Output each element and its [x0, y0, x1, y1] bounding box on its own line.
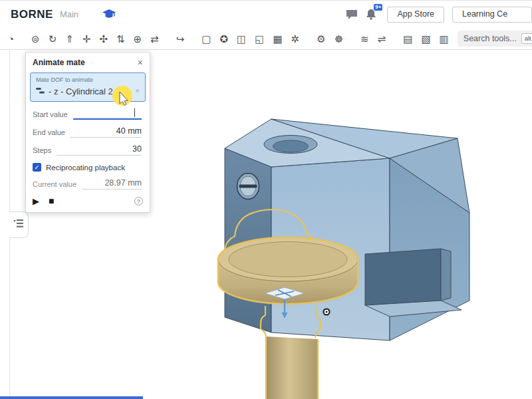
parallel-mate-icon[interactable]: ⇄	[150, 34, 159, 44]
assembly-toolbar: ◔ ⊜ ↻ ⇑ ✛ ✣ ⇅ ⊕ ⇄ ↪ ▢ ✪ ◫ ◱ ▦ ✲ ⚙ ☸ ≋ ⇌ …	[0, 28, 532, 50]
search-tools-field[interactable]: Search tools... alt	[458, 31, 532, 47]
notification-badge: 9+	[374, 4, 382, 11]
learning-center-button[interactable]: Learning Ce	[452, 7, 532, 23]
start-value-row: Start value	[33, 106, 142, 120]
end-value-input[interactable]: 40 mm	[70, 126, 142, 138]
workspace-tab-main[interactable]: Main	[60, 9, 78, 19]
end-value-label: End value	[33, 128, 65, 138]
mate-dof-label: Mate DOF to animate	[36, 76, 140, 83]
graduation-cap-icon[interactable]	[102, 9, 116, 20]
mate-connector-icon[interactable]: ✪	[219, 34, 228, 44]
slider-mate-icon[interactable]: ⇑	[65, 34, 74, 44]
text-caret	[134, 108, 136, 117]
current-value-row: Current value 28.97 mm	[33, 176, 142, 190]
cylindrical-mate-icon[interactable]: ⊕	[134, 34, 142, 44]
start-value-label: Start value	[33, 110, 68, 120]
steps-label: Steps	[33, 146, 51, 156]
document-title: BORNE	[11, 8, 53, 21]
reciprocating-checkbox[interactable]: ✓	[33, 163, 41, 172]
revolute-mate-icon[interactable]: ↻	[49, 34, 57, 44]
bracket-notch	[365, 249, 462, 317]
dof-type-icon	[36, 85, 45, 97]
bottom-progress-bar	[0, 396, 143, 399]
chat-icon[interactable]	[346, 9, 358, 20]
stop-button[interactable]: ■	[49, 196, 54, 205]
planar-mate-icon[interactable]: ✛	[82, 34, 91, 44]
bracket-part[interactable]	[225, 119, 469, 340]
exploded-view-icon[interactable]: ✲	[291, 34, 300, 44]
steps-input[interactable]: 30	[57, 144, 142, 156]
history-icon[interactable]: ◔	[8, 34, 14, 44]
help-icon[interactable]: ?	[134, 197, 143, 205]
top-header: BORNE Main 9+ App Store Learning Ce	[0, 0, 532, 28]
end-value-row: End value 40 mm	[33, 124, 142, 138]
linear-pattern-icon[interactable]: ▦	[273, 34, 282, 44]
current-value-display: 28.97 mm	[82, 178, 142, 190]
appearance-icon[interactable]: ▧	[421, 34, 430, 44]
instance-list-icon	[13, 219, 24, 231]
kbd-alt-badge: alt	[521, 33, 532, 43]
pin-slot-mate-icon[interactable]: ⇅	[116, 34, 125, 44]
animate-mate-dialog: Animate mate × Mate DOF to animate - z -…	[25, 52, 150, 213]
instance-list-toggle[interactable]	[9, 211, 29, 238]
ball-mate-icon[interactable]: ✣	[99, 34, 108, 44]
dof-clear-icon[interactable]: ×	[135, 86, 140, 96]
start-value-input[interactable]	[73, 117, 142, 120]
steps-row: Steps 30	[33, 142, 142, 156]
group-icon[interactable]: ▢	[201, 34, 211, 44]
search-placeholder: Search tools...	[464, 34, 517, 43]
dialog-close-icon[interactable]: ×	[138, 58, 143, 67]
bracket-hole	[264, 136, 317, 154]
mate-point[interactable]	[324, 309, 330, 315]
display-states-icon[interactable]: ▤	[403, 34, 412, 44]
current-value-label: Current value	[33, 180, 76, 190]
snap-mode-icon[interactable]: ↪	[176, 34, 185, 44]
named-positions-icon[interactable]: ◫	[237, 34, 246, 44]
custom-feature-icon[interactable]: ☸	[334, 34, 343, 44]
set-screw[interactable]	[237, 174, 259, 200]
fastened-mate-icon[interactable]: ⊜	[31, 34, 40, 44]
bell-icon[interactable]: 9+	[366, 9, 376, 20]
play-button[interactable]: ▶	[33, 197, 39, 205]
dof-value: - z - Cylindrical 2	[49, 86, 135, 96]
in-context-icon[interactable]: ◱	[255, 34, 264, 44]
app-store-button[interactable]: App Store	[387, 7, 444, 23]
knob-stem	[266, 336, 318, 399]
mate-dof-field[interactable]: Mate DOF to animate - z - Cylindrical 2 …	[30, 72, 146, 102]
animate-icon[interactable]: ⇌	[378, 34, 386, 44]
reciprocating-row: ✓ Reciprocating playback	[33, 163, 143, 172]
bill-of-materials-icon[interactable]: ▥	[440, 34, 449, 44]
configurations-icon[interactable]: ⚙	[317, 34, 325, 44]
spring-icon[interactable]: ≋	[360, 34, 369, 44]
reciprocating-label: Reciprocating playback	[46, 164, 125, 172]
dialog-title: Animate mate	[33, 58, 85, 67]
